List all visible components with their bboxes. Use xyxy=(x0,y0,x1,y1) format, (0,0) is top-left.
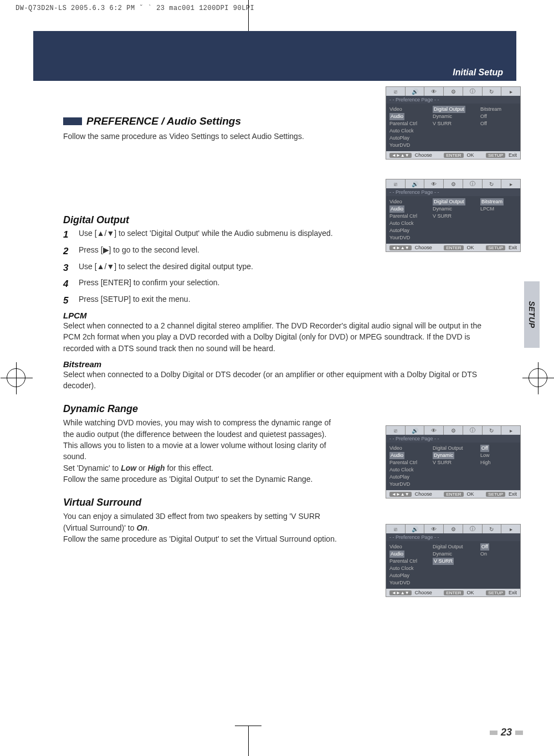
setup-icon: SETUP xyxy=(486,492,505,497)
tab-icon: ↻ xyxy=(483,179,502,188)
tab-icon: 🔊 xyxy=(406,426,425,435)
step: 3Use [▲/▼] to select the desired digital… xyxy=(63,261,340,275)
step: 4Press [ENTER] to confirm your selection… xyxy=(63,277,340,291)
tab-icon: ▸ xyxy=(501,87,520,96)
osd-icon-bar: ⎚🔊👁⚙ⓘ↻▸ xyxy=(386,524,520,533)
osd-vsurr: ⎚🔊👁⚙ⓘ↻▸ - - Preference Page - - Video Au… xyxy=(386,524,521,597)
osd-mid-menu: Digital Output Dynamic V SURR xyxy=(429,443,477,490)
tab-icon: ↻ xyxy=(483,524,502,533)
osd-item: Parental Ctrl xyxy=(389,459,426,466)
osd-item: Auto Clock xyxy=(389,220,426,227)
tab-icon: ⓘ xyxy=(463,179,483,188)
osd-item: Audio xyxy=(389,113,426,120)
page-number-value: 23 xyxy=(501,727,512,738)
text: Set 'Dynamic' to xyxy=(63,464,121,472)
enter-icon: ENTER xyxy=(444,245,463,250)
choose-label: Choose xyxy=(415,245,432,250)
osd-dynamic: ⎚🔊👁⚙ⓘ↻▸ - - Preference Page - - Video Au… xyxy=(386,425,521,498)
text: . xyxy=(147,523,150,532)
tab-icon: 🔊 xyxy=(406,179,425,188)
exit-label: Exit xyxy=(509,152,517,158)
registration-mark-left xyxy=(7,368,25,387)
osd-icon-bar: ⎚🔊👁⚙ⓘ↻▸ xyxy=(386,426,520,435)
osd-item: Auto Clock xyxy=(389,127,426,135)
osd-item: Off xyxy=(480,445,517,452)
osd-item: Audio xyxy=(389,551,426,558)
osd-item: Audio xyxy=(389,452,426,459)
high-label: High xyxy=(147,464,165,472)
side-tab-setup: SETUP xyxy=(524,281,540,348)
dynamic-range-follow: Follow the same procedure as 'Digital Ou… xyxy=(63,474,340,485)
ok-label: OK xyxy=(467,491,474,497)
virtual-surround-heading: Virtual Surround xyxy=(63,497,501,508)
osd-item: V SURR xyxy=(433,213,474,220)
step-text: Press [▶] to go to the second level. xyxy=(79,245,199,258)
osd-mid-menu: Digital Output Dynamic V SURR xyxy=(429,104,477,151)
low-label: Low xyxy=(121,464,136,472)
enter-icon: ENTER xyxy=(444,153,463,158)
choose-label: Choose xyxy=(415,152,432,158)
osd-item: High xyxy=(480,459,517,466)
choose-label: Choose xyxy=(415,590,432,595)
step-text: Press [ENTER] to confirm your selection. xyxy=(79,277,219,291)
text: You can enjoy a simulated 3D effect from… xyxy=(63,512,320,532)
setup-icon: SETUP xyxy=(486,153,505,158)
osd-mid-menu: Digital Output Dynamic V SURR xyxy=(429,541,477,589)
osd-left-menu: Video Audio Parental Ctrl Auto Clock Aut… xyxy=(386,541,429,589)
osd-item: V SURR xyxy=(433,459,474,466)
step-text: Use [▲/▼] to select the desired digital … xyxy=(79,261,253,275)
osd-item: AutoPlay xyxy=(389,135,426,142)
exit-label: Exit xyxy=(509,491,517,497)
osd-item: Dynamic xyxy=(433,205,474,213)
osd-item: Off xyxy=(480,120,517,127)
osd-right-menu: Off Low High xyxy=(477,443,520,490)
step: 5Press [SETUP] to exit the menu. xyxy=(63,294,340,307)
exit-label: Exit xyxy=(509,245,517,250)
osd-item: AutoPlay xyxy=(389,227,426,234)
osd-page-label: - - Preference Page - - xyxy=(386,435,520,443)
osd-item: Parental Ctrl xyxy=(389,213,426,220)
osd-item: Digital Output xyxy=(433,543,474,551)
osd-item: Digital Output xyxy=(433,106,474,113)
step: 1Use [▲/▼] to select 'Digital Output' wh… xyxy=(63,228,340,241)
tab-icon: ↻ xyxy=(483,426,502,435)
osd-right-menu: Bitstream Off Off xyxy=(477,104,520,151)
osd-preference-audio: ⎚🔊👁⚙ⓘ↻▸ - - Preference Page - - Video Au… xyxy=(386,86,521,160)
enter-icon: ENTER xyxy=(444,590,463,595)
osd-item: Digital Output xyxy=(433,198,474,205)
dynamic-range-text: While watching DVD movies, you may wish … xyxy=(63,417,340,462)
tab-icon: ⎚ xyxy=(386,426,406,435)
ok-label: OK xyxy=(467,152,474,158)
crop-mark-bottom xyxy=(248,726,249,756)
tab-icon: 👁 xyxy=(424,179,444,188)
exit-label: Exit xyxy=(509,590,517,595)
page-number-decor-icon xyxy=(490,731,497,735)
osd-item: YourDVD xyxy=(389,481,426,488)
tab-icon: 👁 xyxy=(424,524,444,533)
text: or xyxy=(136,464,147,472)
osd-item: Audio xyxy=(389,205,426,213)
tab-icon: ▸ xyxy=(501,179,520,188)
osd-item: V SURR xyxy=(433,558,474,565)
heading-block-icon xyxy=(63,117,82,125)
osd-item: Dynamic xyxy=(433,113,474,120)
osd-item: Video xyxy=(389,445,426,452)
tab-icon: ↻ xyxy=(483,87,502,96)
osd-page-label: - - Preference Page - - xyxy=(386,96,520,104)
bitstream-heading: Bitstream xyxy=(63,359,501,369)
dynamic-range-set: Set 'Dynamic' to Low or High for this ef… xyxy=(63,462,340,474)
osd-item: AutoPlay xyxy=(389,474,426,481)
side-tab-label: SETUP xyxy=(527,301,536,328)
tab-icon: ⚙ xyxy=(444,426,463,435)
dynamic-range-heading: Dynamic Range xyxy=(63,403,501,415)
tab-icon: ⎚ xyxy=(386,87,406,96)
tab-icon: ⚙ xyxy=(444,179,463,188)
osd-item: LPCM xyxy=(480,205,517,213)
osd-item: YourDVD xyxy=(389,142,426,149)
step-text: Use [▲/▼] to select 'Digital Output' whi… xyxy=(79,228,333,241)
page-number-decor-icon xyxy=(515,731,523,735)
header-title: Initial Setup xyxy=(453,68,503,78)
osd-page-label: - - Preference Page - - xyxy=(386,533,520,541)
choose-label: Choose xyxy=(415,491,432,497)
osd-item: Video xyxy=(389,198,426,205)
